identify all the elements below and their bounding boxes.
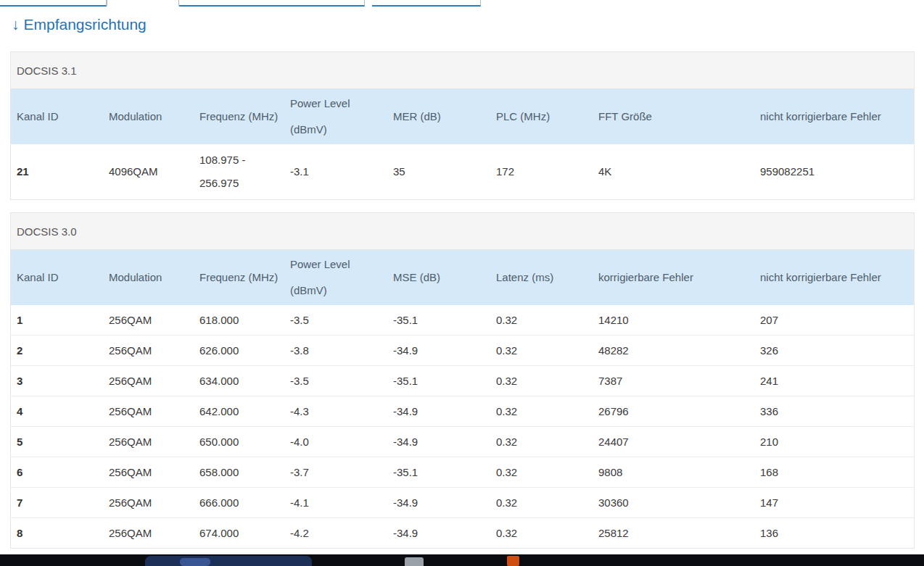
docsis-31-section: DOCSIS 3.1 Kanal IDModulationFrequenz (M…	[10, 51, 915, 200]
table-cell: 674.000	[194, 518, 284, 549]
table-row: 214096QAM108.975 - 256.975-3.1351724K959…	[11, 144, 914, 199]
table-cell: 0.32	[490, 457, 593, 488]
table-cell: 1	[11, 305, 103, 336]
table-cell: 210	[754, 427, 914, 457]
docsis-30-section: DOCSIS 3.0 Kanal IDModulationFrequenz (M…	[10, 212, 915, 549]
tab-spacer	[365, 0, 372, 7]
taskbar-app-icon-gray[interactable]	[405, 557, 424, 566]
column-header: Frequenz (MHz)	[194, 89, 284, 144]
table-cell: 0.32	[490, 396, 593, 427]
table-cell: 658.000	[194, 457, 284, 488]
table-cell: 256QAM	[103, 305, 194, 336]
table-cell: 0.32	[490, 518, 593, 549]
table-cell: -34.9	[387, 396, 490, 427]
table-cell: 0.32	[490, 305, 593, 336]
table-cell: 256QAM	[103, 427, 194, 457]
table-cell: 256QAM	[103, 366, 194, 396]
table-cell: 256QAM	[103, 488, 194, 518]
taskbar-search-box[interactable]	[145, 556, 312, 566]
column-header: Power Level (dBmV)	[284, 89, 387, 144]
table-cell: 0.32	[490, 488, 593, 518]
table-cell: 30360	[593, 488, 754, 518]
table-cell: 666.000	[194, 488, 284, 518]
column-header: FFT Größe	[593, 89, 754, 144]
table-cell: 4096QAM	[103, 144, 194, 199]
table-cell: 26796	[593, 396, 754, 427]
column-header: nicht korrigierbare Fehler	[754, 250, 914, 305]
column-header: Kanal ID	[11, 89, 103, 144]
table-row: 7256QAM666.000-4.1-34.90.3230360147	[11, 488, 914, 518]
table-cell: -3.8	[284, 336, 387, 366]
table-row: 6256QAM658.000-3.7-35.10.329808168	[11, 457, 914, 488]
table-cell: 3	[11, 366, 103, 396]
table-cell: 8	[11, 518, 103, 549]
table-row: 2256QAM626.000-3.8-34.90.3248282326	[11, 336, 914, 366]
table-cell: 24407	[593, 427, 754, 457]
page-title: ↓Empfangsrichtung	[12, 16, 915, 33]
table-cell: 256QAM	[103, 457, 194, 488]
table-cell: 0.32	[490, 366, 593, 396]
table-header-row: Kanal IDModulationFrequenz (MHz)Power Le…	[11, 250, 914, 305]
column-header: MSE (dB)	[387, 250, 490, 305]
table-cell: 172	[490, 144, 593, 199]
table-cell: 634.000	[194, 366, 284, 396]
column-header: Modulation	[103, 89, 194, 144]
table-cell: -4.0	[284, 427, 387, 457]
table-cell: 108.975 - 256.975	[194, 144, 284, 199]
table-row: 5256QAM650.000-4.0-34.90.3224407210	[11, 427, 914, 457]
browser-tab[interactable]	[179, 0, 365, 7]
down-arrow-icon: ↓	[12, 16, 20, 33]
column-header: Frequenz (MHz)	[194, 250, 284, 305]
table-cell: 7	[11, 488, 103, 518]
table-cell: -4.3	[284, 396, 387, 427]
table-cell: 336	[754, 396, 914, 427]
table-cell: 35	[387, 144, 490, 199]
page-content: ↓Empfangsrichtung DOCSIS 3.1 Kanal IDMod…	[0, 16, 924, 549]
table-cell: -34.9	[387, 336, 490, 366]
table-cell: -3.1	[284, 144, 387, 199]
table-cell: -34.9	[387, 518, 490, 549]
table-header-row: Kanal IDModulationFrequenz (MHz)Power Le…	[11, 89, 914, 144]
browser-tab[interactable]	[372, 0, 481, 7]
table-cell: 48282	[593, 336, 754, 366]
table-cell: -35.1	[387, 457, 490, 488]
table-cell: 25812	[593, 518, 754, 549]
table-row: 8256QAM674.000-4.2-34.90.3225812136	[11, 518, 914, 549]
table-cell: 642.000	[194, 396, 284, 427]
table-cell: -3.5	[284, 366, 387, 396]
browser-tab-active[interactable]	[107, 0, 179, 7]
table-cell: 21	[11, 144, 103, 199]
column-header: korrigierbare Fehler	[593, 250, 754, 305]
table-cell: -3.5	[284, 305, 387, 336]
browser-tab-strip	[0, 0, 924, 7]
table-cell: 959082251	[754, 144, 914, 199]
table-row: 1256QAM618.000-3.5-35.10.3214210207	[11, 305, 914, 336]
table-cell: 14210	[593, 305, 754, 336]
table-cell: 5	[11, 427, 103, 457]
table-row: 3256QAM634.000-3.5-35.10.327387241	[11, 366, 914, 396]
table-cell: -3.7	[284, 457, 387, 488]
table-cell: 168	[754, 457, 914, 488]
table-row: 4256QAM642.000-4.3-34.90.3226796336	[11, 396, 914, 427]
table-cell: -4.2	[284, 518, 387, 549]
table-cell: 2	[11, 336, 103, 366]
table-cell: 4K	[593, 144, 754, 199]
table-cell: 7387	[593, 366, 754, 396]
column-header: Modulation	[103, 250, 194, 305]
table-cell: 256QAM	[103, 396, 194, 427]
column-header: Latenz (ms)	[490, 250, 593, 305]
table-cell: -4.1	[284, 488, 387, 518]
table-cell: 241	[754, 366, 914, 396]
table-cell: -34.9	[387, 427, 490, 457]
browser-tab[interactable]	[0, 0, 107, 7]
table-cell: 326	[754, 336, 914, 366]
table-cell: 147	[754, 488, 914, 518]
column-header: nicht korrigierbare Fehler	[754, 89, 914, 144]
docsis-30-table: Kanal IDModulationFrequenz (MHz)Power Le…	[11, 250, 914, 548]
taskbar-app-icon-orange[interactable]	[507, 556, 519, 566]
column-header: PLC (MHz)	[490, 89, 593, 144]
table-cell: -35.1	[387, 305, 490, 336]
table-cell: 256QAM	[103, 518, 194, 549]
taskbar[interactable]	[0, 554, 924, 566]
column-header: Power Level (dBmV)	[284, 250, 387, 305]
